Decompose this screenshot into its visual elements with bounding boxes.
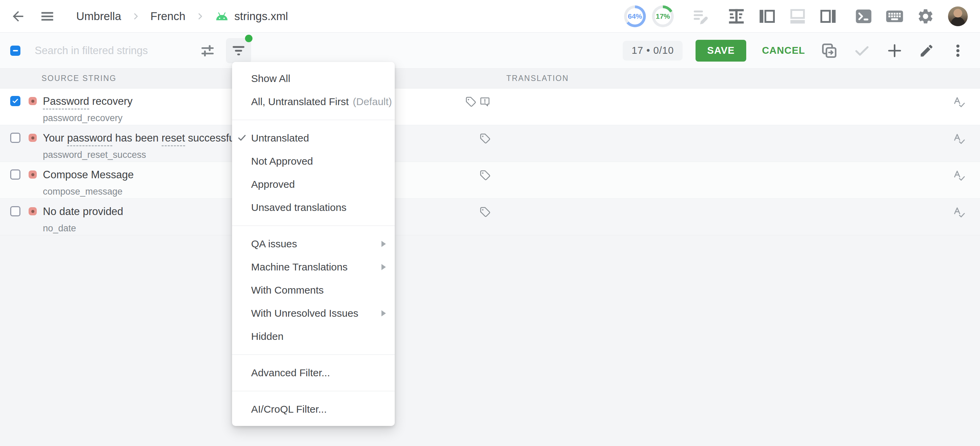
menu-separator — [232, 120, 395, 120]
search-settings-button[interactable] — [198, 41, 217, 60]
toolbar-actions: 17 • 0/10 SAVE CANCEL — [623, 40, 966, 62]
filter-menu-item[interactable]: Untranslated — [232, 127, 395, 150]
filter-menu-item[interactable]: With Unresolved Issues — [232, 302, 395, 325]
filter-menu-item[interactable]: Not Approved — [232, 150, 395, 173]
left-panel-icon — [758, 8, 776, 25]
filter-menu-item[interactable]: With Comments — [232, 279, 395, 302]
filter-menu-item[interactable]: Approved — [232, 173, 395, 196]
string-row[interactable]: Password recovery password_recovery — [0, 89, 980, 125]
row-checkbox[interactable] — [10, 133, 21, 143]
side-by-side-view-button[interactable] — [727, 8, 745, 25]
save-button[interactable]: SAVE — [695, 40, 746, 62]
filter-menu-item-label: Untranslated — [251, 132, 309, 144]
right-panel-view-button[interactable] — [819, 8, 837, 25]
select-all-checkbox[interactable] — [10, 46, 21, 56]
edit-string-button[interactable] — [919, 43, 934, 59]
approve-button[interactable] — [853, 42, 870, 59]
filter-menu-item-label: AI/CroQL Filter... — [251, 403, 327, 415]
string-cell: Your password has been reset successfull… — [43, 132, 245, 160]
filter-menu-item[interactable]: All, Untranslated First(Default) — [232, 90, 395, 113]
filter-menu-item-label: With Unresolved Issues — [251, 308, 358, 319]
string-cell: Password recovery password_recovery — [43, 95, 133, 124]
filter-menu-item[interactable]: Hidden — [232, 325, 395, 348]
menu-separator — [232, 354, 395, 355]
copy-source-button[interactable] — [821, 42, 838, 59]
breadcrumb-project[interactable]: Umbrella — [76, 10, 121, 23]
filter-menu-item[interactable]: Show All — [232, 67, 395, 90]
string-row[interactable]: No date provided no_date — [0, 199, 980, 235]
copy-arrow-icon — [821, 42, 838, 59]
filter-menu-item-label: Hidden — [251, 331, 283, 342]
tag-icon — [479, 206, 491, 218]
right-panel-icon — [819, 8, 837, 25]
arrow-back-icon — [10, 8, 26, 24]
breadcrumb-file[interactable]: strings.xml — [215, 10, 288, 23]
add-string-button[interactable] — [886, 42, 903, 59]
check-icon — [853, 42, 870, 59]
spellcheck-action[interactable] — [953, 206, 966, 218]
pencil-icon — [919, 43, 934, 59]
left-panel-view-button[interactable] — [758, 8, 776, 25]
filter-menu-item[interactable]: AI/CroQL Filter... — [232, 398, 395, 421]
translation-column-header: TRANSLATION — [506, 74, 569, 83]
shortcuts-button[interactable] — [885, 7, 904, 25]
check-mark-icon — [11, 97, 19, 105]
source-string-text: Compose Message — [43, 169, 134, 181]
back-button[interactable] — [10, 8, 26, 24]
string-row[interactable]: Compose Message compose_message — [0, 162, 980, 199]
table-view-icon — [727, 8, 745, 25]
android-icon — [215, 11, 229, 21]
filter-menu-item-label: All, Untranslated First — [251, 96, 349, 108]
filter-menu-item-label: Machine Translations — [251, 261, 347, 273]
string-badges — [460, 170, 491, 181]
filter-menu-item-label: Advanced Filter... — [251, 367, 330, 379]
breadcrumb: Umbrella French strings.xml — [76, 10, 288, 23]
submenu-arrow-icon — [382, 264, 386, 270]
string-key: password_reset_success — [43, 150, 245, 160]
filter-menu-item[interactable]: Unsaved translations — [232, 196, 395, 219]
row-checkbox[interactable] — [10, 206, 21, 216]
submenu-arrow-icon — [382, 241, 386, 247]
filter-menu-item[interactable]: Machine Translations — [232, 256, 395, 279]
search-input[interactable] — [35, 44, 195, 57]
table-header: SOURCE STRING TRANSLATION — [0, 69, 980, 89]
filter-menu-item-label: QA issues — [251, 238, 297, 250]
user-avatar[interactable] — [948, 6, 968, 26]
settings-button[interactable] — [917, 8, 934, 25]
filter-dropdown-menu: Show AllAll, Untranslated First(Default)… — [232, 62, 395, 426]
top-bar: Umbrella French strings.xml 64% 17% — [0, 0, 980, 33]
spellcheck-action[interactable] — [953, 170, 966, 182]
main-menu-button[interactable] — [40, 8, 55, 24]
string-row[interactable]: Your password has been reset successfull… — [0, 125, 980, 162]
bottom-panel-icon — [789, 8, 807, 25]
row-checkbox-checked[interactable] — [10, 96, 21, 106]
gear-icon — [917, 8, 934, 25]
approved-progress-value: 17% — [655, 8, 671, 24]
console-button[interactable] — [855, 8, 872, 25]
approved-progress-ring: 17% — [652, 5, 674, 27]
tag-icon — [479, 170, 491, 181]
draft-edit-button[interactable] — [692, 7, 710, 25]
untranslated-status-icon — [29, 134, 37, 142]
string-key: compose_message — [43, 186, 134, 197]
filter-active-badge — [245, 35, 253, 42]
spellcheck-action[interactable] — [953, 133, 966, 145]
more-options-button[interactable] — [950, 43, 966, 59]
tag-icon — [465, 96, 476, 108]
bottom-panel-view-button[interactable] — [789, 8, 807, 25]
filter-menu-item[interactable]: QA issues — [232, 232, 395, 256]
breadcrumb-file-label: strings.xml — [234, 10, 288, 23]
spellcheck-action[interactable] — [953, 96, 966, 108]
menu-separator — [232, 391, 395, 391]
translated-progress-value: 64% — [627, 8, 643, 24]
filter-menu-item-suffix: (Default) — [353, 96, 392, 108]
filter-button[interactable] — [226, 38, 251, 63]
a-check-icon — [953, 133, 966, 145]
source-string-text: No date provided — [43, 205, 123, 218]
breadcrumb-language[interactable]: French — [150, 10, 185, 23]
row-checkbox[interactable] — [10, 170, 21, 179]
cancel-button[interactable]: CANCEL — [762, 45, 805, 56]
translated-progress-ring: 64% — [624, 5, 646, 27]
a-check-icon — [953, 170, 966, 182]
filter-menu-item[interactable]: Advanced Filter... — [232, 361, 395, 384]
